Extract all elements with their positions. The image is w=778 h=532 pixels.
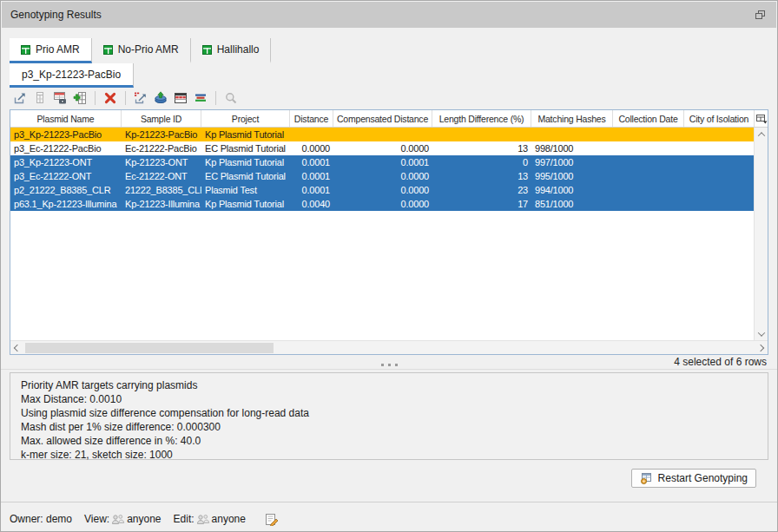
scroll-left-button[interactable] bbox=[10, 341, 24, 354]
cell bbox=[684, 197, 754, 211]
cell: 0.0001 bbox=[290, 169, 333, 183]
view-value: anyone bbox=[127, 513, 161, 525]
export-selection-button[interactable] bbox=[132, 89, 149, 107]
cell: 0.0001 bbox=[290, 183, 333, 197]
cell: 23 bbox=[432, 183, 531, 197]
edit-label: Edit: bbox=[174, 513, 194, 525]
group-people-icon bbox=[111, 514, 125, 525]
tab-strip: Prio AMRNo-Prio AMRHallihallo bbox=[10, 38, 271, 63]
cell bbox=[613, 183, 684, 197]
merge-entries-button[interactable] bbox=[192, 89, 209, 107]
restart-genotyping-label: Restart Genotyping bbox=[658, 472, 748, 484]
cell: 21222_B8385_CLR bbox=[122, 183, 201, 197]
tab-no-prio-amr[interactable]: No-Prio AMR bbox=[92, 38, 191, 63]
subtab-strip: p3_Kp-21223-PacBio bbox=[10, 63, 134, 88]
subtab-p3-kp-21223-pacbio[interactable]: p3_Kp-21223-PacBio bbox=[10, 63, 134, 88]
cell: 0 bbox=[432, 155, 531, 169]
table-rows-button[interactable] bbox=[172, 89, 189, 107]
cell: Kp Plasmid Tutorial bbox=[201, 197, 290, 211]
table-body: p3_Kp-21223-PacBioKp-21223-PacBioKp Plas… bbox=[10, 128, 754, 340]
tab-label: Prio AMR bbox=[36, 43, 80, 56]
genotyping-parameters-panel: Priority AMR targets carrying plasmidsMa… bbox=[10, 372, 768, 460]
tab-hallihallo[interactable]: Hallihallo bbox=[191, 38, 272, 63]
export-window-button[interactable] bbox=[11, 89, 29, 107]
search-button[interactable] bbox=[222, 89, 240, 107]
table-row[interactable]: p63.1_Kp-21223-IlluminaKp-21223-Illumina… bbox=[10, 197, 754, 211]
toolbar-separator bbox=[95, 91, 96, 105]
cell: Kp-21223-Illumina bbox=[122, 197, 201, 211]
table-row[interactable]: p3_Kp-21223-PacBioKp-21223-PacBioKp Plas… bbox=[10, 128, 754, 141]
scroll-down-button[interactable] bbox=[755, 327, 768, 340]
column-header-length-difference[interactable]: Length Difference (%) bbox=[432, 110, 531, 127]
column-header-collection-date[interactable]: Collection Date bbox=[613, 110, 684, 127]
search-icon bbox=[224, 91, 238, 105]
merge-entries-icon bbox=[194, 91, 208, 105]
upload-database-button[interactable] bbox=[152, 89, 169, 107]
column-header-compensated-distance[interactable]: Compensated Distance bbox=[333, 110, 432, 127]
table-snapshot-icon bbox=[53, 91, 67, 105]
toolbar bbox=[11, 89, 240, 108]
column-header-plasmid-name[interactable]: Plasmid Name bbox=[10, 110, 122, 127]
cell bbox=[613, 141, 684, 155]
cell bbox=[684, 141, 754, 155]
copy-table-icon bbox=[33, 91, 47, 105]
table-snapshot-button[interactable] bbox=[51, 89, 69, 107]
scroll-right-button[interactable] bbox=[754, 341, 768, 354]
column-header-city-of-isolation[interactable]: City of Isolation bbox=[684, 110, 755, 127]
cell: 997/1000 bbox=[531, 155, 613, 169]
tab-prio-amr[interactable]: Prio AMR bbox=[10, 38, 92, 63]
column-config-button[interactable] bbox=[755, 110, 768, 127]
table-row[interactable]: p3_Ec-21222-ONTEc-21222-ONTEC Plasmid Tu… bbox=[10, 169, 754, 183]
cell: 0.0000 bbox=[333, 183, 432, 197]
panel-splitter[interactable] bbox=[1, 361, 777, 369]
cell bbox=[531, 128, 613, 141]
table-green-icon bbox=[103, 45, 113, 55]
column-header-distance[interactable]: Distance bbox=[290, 110, 333, 127]
copy-table-button[interactable] bbox=[31, 89, 49, 107]
cell: p3_Kp-21223-ONT bbox=[10, 155, 122, 169]
add-to-database-button[interactable] bbox=[71, 89, 89, 107]
cell: 0.0000 bbox=[290, 141, 333, 155]
cell: 851/1000 bbox=[531, 197, 613, 211]
cell bbox=[684, 155, 754, 169]
tab-label: No-Prio AMR bbox=[118, 43, 179, 56]
cell: 0.0000 bbox=[333, 169, 432, 183]
cell: Kp Plasmid Tutorial bbox=[201, 128, 290, 141]
status-line: Max. allowed size difference in %: 40.0 bbox=[21, 434, 757, 448]
scroll-up-button[interactable] bbox=[755, 128, 768, 141]
group-people-icon bbox=[196, 514, 210, 525]
cell: 0.0001 bbox=[290, 155, 333, 169]
table-rows-icon bbox=[174, 91, 188, 105]
cell: 13 bbox=[432, 169, 531, 183]
float-window-button[interactable] bbox=[752, 8, 768, 22]
status-line: k-mer size: 21, sketch size: 1000 bbox=[21, 448, 757, 462]
footer-divider bbox=[1, 502, 777, 502]
subtab-label: p3_Kp-21223-PacBio bbox=[22, 69, 121, 81]
cell: EC Plasmid Tutorial bbox=[201, 169, 290, 183]
status-line: Max Distance: 0.0010 bbox=[21, 392, 757, 406]
cell: 13 bbox=[432, 141, 531, 155]
table-green-icon bbox=[202, 45, 212, 55]
table-header-row: Plasmid NameSample IDProjectDistanceComp… bbox=[10, 110, 768, 128]
column-header-project[interactable]: Project bbox=[201, 110, 290, 127]
cell: Ec-21222-ONT bbox=[122, 169, 201, 183]
delete-button[interactable] bbox=[102, 89, 119, 107]
edit-note-icon bbox=[265, 513, 279, 526]
edit-permissions-button[interactable] bbox=[265, 513, 279, 526]
genotyping-results-panel: Genotyping Results Prio AMRNo-Prio AMRHa… bbox=[0, 0, 778, 532]
table-row[interactable]: p2_21222_B8385_CLR21222_B8385_CLRPlasmid… bbox=[10, 183, 754, 197]
restart-genotyping-button[interactable]: Restart Genotyping bbox=[631, 469, 756, 488]
column-header-sample-id[interactable]: Sample ID bbox=[122, 110, 201, 127]
table-row[interactable]: p3_Kp-21223-ONTKp-21223-ONTKp Plasmid Tu… bbox=[10, 155, 754, 169]
column-header-matching-hashes[interactable]: Matching Hashes bbox=[531, 110, 613, 127]
horizontal-scrollbar-thumb[interactable] bbox=[25, 343, 274, 353]
vertical-scrollbar[interactable] bbox=[754, 128, 768, 340]
tab-label: Hallihallo bbox=[217, 43, 260, 56]
cell bbox=[613, 155, 684, 169]
export-selection-icon bbox=[134, 91, 148, 105]
horizontal-scrollbar[interactable] bbox=[10, 340, 768, 354]
upload-database-icon bbox=[154, 91, 168, 105]
owner-label: Owner: demo bbox=[10, 513, 72, 525]
cell bbox=[333, 128, 432, 141]
table-row[interactable]: p3_Ec-21222-PacBioEc-21222-PacBioEC Plas… bbox=[10, 141, 754, 155]
